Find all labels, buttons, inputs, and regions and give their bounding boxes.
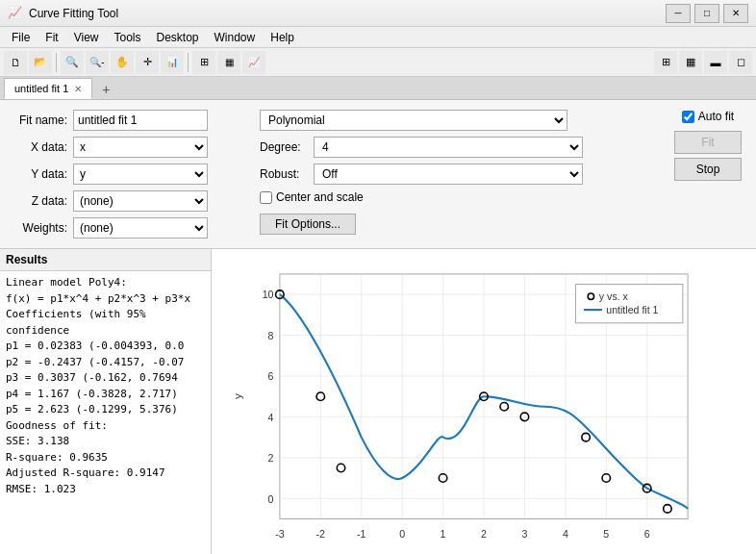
new-button[interactable]: 🗋 (4, 51, 27, 74)
layout-button-2[interactable]: ▦ (679, 51, 702, 74)
fit-buttons: Auto fit Fit Stop (669, 110, 746, 239)
svg-text:-3: -3 (275, 528, 285, 540)
zdata-select[interactable]: (none) (73, 190, 208, 212)
plot-area: -3 -2 -1 0 1 2 3 4 5 6 10 8 6 4 2 (212, 249, 756, 554)
plot-svg: -3 -2 -1 0 1 2 3 4 5 6 10 8 6 4 2 (221, 259, 746, 544)
tab-close-button[interactable]: ✕ (74, 84, 82, 94)
tab-label: untitled fit 1 (14, 83, 68, 94)
menu-help[interactable]: Help (263, 29, 302, 46)
svg-text:-1: -1 (357, 528, 366, 540)
svg-text:10: 10 (263, 289, 274, 300)
toolbar-separator-2 (188, 53, 189, 72)
toolbar: 🗋 📂 🔍 🔍- ✋ ✛ 📊 ⊞ ▦ 📈 ⊞ ▦ ▬ ◻ (0, 48, 756, 77)
app-icon: 📈 (8, 6, 23, 21)
minimize-button[interactable]: ─ (666, 4, 691, 23)
results-content[interactable]: Linear model Poly4: f(x) = p1*x^4 + p2*x… (0, 271, 211, 554)
tab-untitled-fit-1[interactable]: untitled fit 1 ✕ (4, 78, 92, 99)
title-bar-controls: ─ □ ✕ (666, 4, 748, 23)
bottom-panel: Results Linear model Poly4: f(x) = p1*x^… (0, 249, 756, 554)
menu-window[interactable]: Window (207, 29, 264, 46)
svg-text:untitled fit 1: untitled fit 1 (606, 304, 658, 315)
xdata-row: X data: x (10, 137, 240, 158)
model-type-select[interactable]: Polynomial Linear Smoothing Spline Inter… (260, 110, 567, 131)
main-content: Fit name: X data: x Y data: y Z data: (n… (0, 100, 756, 554)
toolbar-right: ⊞ ▦ ▬ ◻ (654, 51, 752, 74)
plot-type-button[interactable]: 📈 (242, 51, 265, 74)
grid2-button[interactable]: ▦ (217, 51, 240, 74)
menu-bar: File Fit View Tools Desktop Window Help (0, 27, 756, 48)
svg-text:3: 3 (521, 528, 527, 540)
toolbar-separator-1 (56, 53, 57, 72)
result-line-4: p2 = -0.2437 (-0.4157, -0.07 (6, 355, 205, 371)
ydata-row: Y data: y (10, 164, 240, 185)
layout-button-3[interactable]: ▬ (704, 51, 727, 74)
layout-button-4[interactable]: ◻ (729, 51, 752, 74)
robust-row: Robust: Off LAR Bisquare (260, 164, 650, 185)
maximize-button[interactable]: □ (694, 4, 719, 23)
title-bar-text: Curve Fitting Tool (29, 7, 666, 20)
svg-text:y vs. x: y vs. x (599, 290, 629, 302)
weights-row: Weights: (none) (10, 217, 240, 239)
result-line-11: R-square: 0.9635 (6, 450, 205, 466)
result-line-0: Linear model Poly4: (6, 275, 205, 291)
menu-desktop[interactable]: Desktop (149, 29, 207, 46)
result-line-2: Coefficients (with 95% confidence (6, 307, 205, 339)
close-button[interactable]: ✕ (723, 4, 748, 23)
data-cursor-button[interactable]: ✛ (136, 51, 159, 74)
tab-bar: untitled fit 1 ✕ + (0, 77, 756, 100)
degree-label: Degree: (260, 140, 308, 154)
zoom-out-button[interactable]: 🔍- (86, 51, 109, 74)
svg-text:4: 4 (268, 412, 274, 423)
autofit-checkbox[interactable] (682, 111, 694, 123)
svg-text:0: 0 (399, 528, 405, 540)
weights-select[interactable]: (none) (73, 217, 208, 239)
svg-text:8: 8 (268, 330, 274, 341)
grid-button[interactable]: ⊞ (192, 51, 215, 74)
stop-button[interactable]: Stop (674, 158, 742, 181)
svg-text:6: 6 (268, 370, 274, 382)
pan-button[interactable]: ✋ (111, 51, 134, 74)
fit-options-button[interactable]: Fit Options... (260, 214, 356, 235)
svg-text:2: 2 (268, 452, 274, 464)
plot-tools-button[interactable]: 📊 (161, 51, 184, 74)
result-line-6: p4 = 1.167 (-0.3828, 2.717) (6, 387, 205, 403)
result-line-3: p1 = 0.02383 (-0.004393, 0.0 (6, 339, 205, 355)
robust-select[interactable]: Off LAR Bisquare (314, 164, 583, 185)
menu-view[interactable]: View (66, 29, 107, 46)
degree-select[interactable]: 4 1 2 3 5 6 7 8 9 (314, 137, 583, 158)
zdata-row: Z data: (none) (10, 190, 240, 212)
weights-label: Weights: (10, 221, 67, 235)
autofit-label: Auto fit (698, 110, 734, 123)
zdata-label: Z data: (10, 194, 67, 208)
svg-text:6: 6 (644, 528, 650, 540)
ydata-label: Y data: (10, 167, 67, 181)
xdata-label: X data: (10, 140, 67, 154)
layout-button-1[interactable]: ⊞ (654, 51, 677, 74)
svg-text:2: 2 (481, 528, 487, 540)
fit-button[interactable]: Fit (674, 131, 742, 154)
fit-name-label: Fit name: (10, 113, 67, 127)
fit-name-input[interactable] (73, 110, 208, 131)
center-scale-row: Center and scale (260, 190, 650, 204)
center-scale-checkbox[interactable] (260, 191, 272, 204)
results-panel: Results Linear model Poly4: f(x) = p1*x^… (0, 249, 212, 554)
svg-text:-2: -2 (316, 528, 326, 540)
ydata-select[interactable]: y (73, 164, 208, 185)
zoom-in-button[interactable]: 🔍 (61, 51, 84, 74)
result-line-5: p3 = 0.3037 (-0.162, 0.7694 (6, 370, 205, 387)
xdata-select[interactable]: x (73, 137, 208, 158)
tab-add-button[interactable]: + (96, 80, 115, 99)
menu-tools[interactable]: Tools (106, 29, 148, 46)
result-line-7: p5 = 2.623 (-0.1299, 5.376) (6, 402, 205, 418)
menu-file[interactable]: File (4, 29, 38, 46)
results-header: Results (0, 249, 211, 271)
open-button[interactable]: 📂 (29, 51, 52, 74)
model-form: Polynomial Linear Smoothing Spline Inter… (260, 110, 650, 239)
svg-text:0: 0 (268, 493, 274, 505)
menu-fit[interactable]: Fit (38, 29, 65, 46)
center-scale-label: Center and scale (276, 190, 364, 204)
result-line-10: SSE: 3.138 (6, 434, 205, 450)
svg-text:5: 5 (603, 528, 609, 540)
fit-options-row: Fit Options... (260, 210, 650, 235)
autofit-row: Auto fit (682, 110, 734, 123)
